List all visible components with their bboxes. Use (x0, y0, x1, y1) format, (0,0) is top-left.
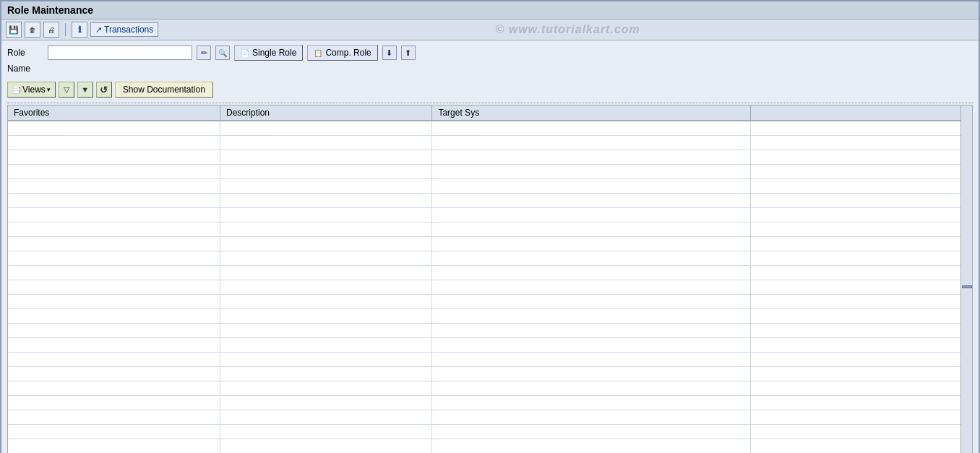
main-toolbar: 💾 🗑 🖨 ℹ ↗ Transactions © www.tutorialkar… (1, 20, 979, 40)
refresh-icon: ↺ (100, 85, 108, 95)
table-row (8, 164, 972, 178)
table-row (8, 337, 972, 352)
scrollbar-thumb (962, 285, 972, 288)
comp-role-label: Comp. Role (325, 48, 371, 58)
views-label: Views (22, 85, 46, 95)
comp-role-doc-icon: 📋 (314, 49, 322, 57)
info-button[interactable]: ℹ (72, 22, 87, 38)
table-row (8, 178, 972, 193)
transactions-arrow-icon: ↗ (95, 25, 102, 35)
toolbar-separator-1 (65, 23, 66, 36)
table-row (8, 135, 972, 150)
table-row (8, 207, 972, 222)
table-header-row: Favorites Description Target Sys (8, 105, 972, 121)
transactions-button[interactable]: ↗ Transactions (90, 22, 158, 37)
table-row (8, 193, 972, 207)
transactions-label: Transactions (104, 25, 153, 35)
comp-role-button[interactable]: 📋 Comp. Role (307, 45, 377, 61)
show-documentation-label: Show Documentation (123, 85, 205, 95)
search-role-button[interactable]: 🔍 (215, 46, 230, 60)
pencil-icon: ✏ (201, 48, 207, 58)
table-row (8, 439, 972, 453)
single-role-doc-icon: 📄 (241, 49, 249, 57)
export-icon: ⬇ (386, 48, 392, 58)
table-row (8, 265, 972, 280)
name-row: Name (7, 64, 973, 74)
role-row: Role ✏ 🔍 📄 Single Role 📋 Comp. Role ⬇ ⬆ (7, 45, 973, 61)
name-label: Name (7, 64, 43, 74)
table-row (8, 410, 972, 424)
table-body (8, 121, 972, 453)
table-row (8, 222, 972, 236)
col-description: Description (220, 105, 431, 121)
filter-button[interactable]: ▽ (59, 82, 74, 98)
filter-icon: ▽ (64, 85, 69, 95)
info-icon: ℹ (78, 25, 82, 35)
table-row (8, 424, 972, 439)
filter2-button[interactable]: ▼ (77, 82, 93, 98)
views-button[interactable]: 📑 Views ▾ (7, 82, 56, 98)
vertical-scrollbar[interactable] (960, 105, 972, 453)
role-label: Role (7, 48, 43, 58)
save-icon: 💾 (9, 25, 19, 35)
single-role-button[interactable]: 📄 Single Role (234, 45, 303, 61)
table-row (8, 323, 972, 337)
export-button[interactable]: ⬇ (382, 46, 397, 60)
filter2-icon: ▼ (81, 85, 89, 94)
import-button[interactable]: ⬆ (401, 46, 416, 60)
main-window: Role Maintenance 💾 🗑 🖨 ℹ ↗ Transactions … (0, 0, 980, 453)
title-bar: Role Maintenance (1, 1, 979, 20)
role-input[interactable] (48, 46, 192, 60)
table-row (8, 121, 972, 135)
second-toolbar: 📑 Views ▾ ▽ ▼ ↺ Show Documentation (7, 79, 973, 100)
data-table-container: Favorites Description Target Sys (7, 105, 973, 453)
table-row (8, 280, 972, 294)
single-role-label: Single Role (252, 48, 296, 58)
table-row (8, 381, 972, 395)
import-icon: ⬆ (405, 48, 411, 58)
watermark-text: © www.tutorialkart.com (161, 23, 974, 36)
table-row (8, 251, 972, 265)
show-documentation-button[interactable]: Show Documentation (115, 82, 213, 98)
table-header: Favorites Description Target Sys (8, 105, 972, 121)
save-button[interactable]: 💾 (6, 22, 22, 38)
col-extra (750, 105, 972, 121)
edit-role-button[interactable]: ✏ (197, 46, 211, 60)
views-chevron-icon: ▾ (47, 86, 51, 93)
col-favorites: Favorites (8, 105, 220, 121)
table-row (8, 150, 972, 164)
refresh-button[interactable]: ↺ (96, 82, 112, 98)
col-target-sys: Target Sys (432, 105, 750, 121)
table-row (8, 236, 972, 251)
search-icon: 🔍 (218, 49, 227, 57)
data-table: Favorites Description Target Sys (8, 105, 972, 453)
delete-button[interactable]: 🗑 (25, 22, 40, 38)
views-icon: 📑 (12, 86, 21, 94)
table-row (8, 395, 972, 410)
table-row (8, 366, 972, 381)
dotted-separator (7, 103, 973, 103)
table-row (8, 352, 972, 366)
print-icon: 🖨 (48, 26, 55, 34)
table-row (8, 309, 972, 323)
page-title: Role Maintenance (7, 4, 93, 16)
delete-icon: 🗑 (29, 26, 36, 34)
table-row (8, 294, 972, 309)
print-button[interactable]: 🖨 (43, 22, 59, 38)
main-content-area: Role ✏ 🔍 📄 Single Role 📋 Comp. Role ⬇ ⬆ (1, 40, 979, 453)
